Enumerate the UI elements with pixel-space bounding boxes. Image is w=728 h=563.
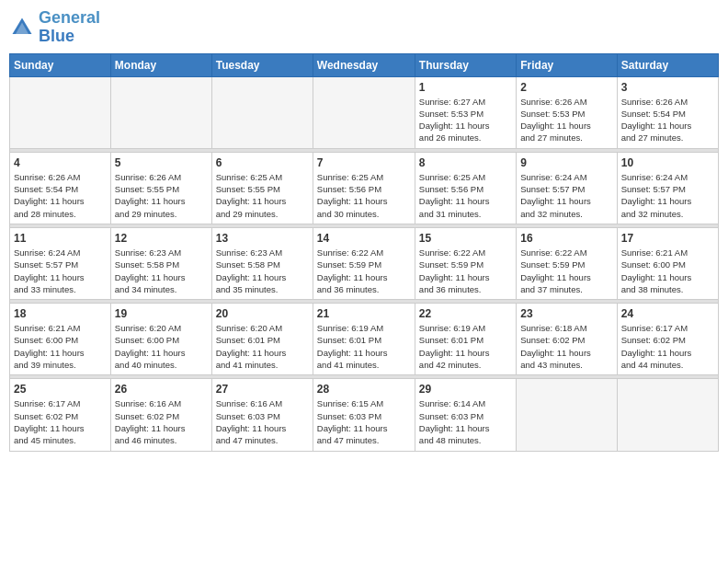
day-info: Sunrise: 6:18 AM Sunset: 6:02 PM Dayligh… — [520, 322, 612, 371]
calendar-day-cell: 7Sunrise: 6:25 AM Sunset: 5:56 PM Daylig… — [313, 152, 415, 224]
calendar-day-cell: 26Sunrise: 6:16 AM Sunset: 6:02 PM Dayli… — [110, 379, 211, 451]
calendar-week-row: 1Sunrise: 6:27 AM Sunset: 5:53 PM Daylig… — [10, 76, 719, 148]
calendar-week-row: 4Sunrise: 6:26 AM Sunset: 5:54 PM Daylig… — [10, 152, 719, 224]
weekday-header-cell: Monday — [110, 53, 211, 76]
day-number: 28 — [317, 383, 411, 396]
calendar-day-cell: 17Sunrise: 6:21 AM Sunset: 6:00 PM Dayli… — [617, 227, 718, 299]
weekday-header-cell: Saturday — [617, 53, 718, 76]
calendar-day-cell: 29Sunrise: 6:14 AM Sunset: 6:03 PM Dayli… — [415, 379, 516, 451]
day-info: Sunrise: 6:20 AM Sunset: 6:00 PM Dayligh… — [115, 322, 208, 371]
calendar-day-cell: 3Sunrise: 6:26 AM Sunset: 5:54 PM Daylig… — [617, 76, 718, 148]
calendar-day-cell: 24Sunrise: 6:17 AM Sunset: 6:02 PM Dayli… — [617, 304, 718, 375]
calendar-day-cell: 22Sunrise: 6:19 AM Sunset: 6:01 PM Dayli… — [415, 304, 516, 375]
day-info: Sunrise: 6:25 AM Sunset: 5:56 PM Dayligh… — [419, 171, 512, 220]
day-number: 27 — [216, 383, 309, 396]
day-info: Sunrise: 6:14 AM Sunset: 6:03 PM Dayligh… — [419, 397, 512, 446]
day-info: Sunrise: 6:21 AM Sunset: 6:00 PM Dayligh… — [621, 247, 714, 295]
calendar-day-cell: 1Sunrise: 6:27 AM Sunset: 5:53 PM Daylig… — [415, 76, 516, 148]
page-header: General Blue — [9, 9, 719, 46]
day-number: 17 — [621, 232, 714, 245]
day-info: Sunrise: 6:22 AM Sunset: 5:59 PM Dayligh… — [520, 247, 612, 295]
day-number: 1 — [419, 81, 512, 94]
calendar-day-cell: 12Sunrise: 6:23 AM Sunset: 5:58 PM Dayli… — [110, 227, 211, 299]
weekday-header-cell: Friday — [517, 53, 617, 76]
day-info: Sunrise: 6:20 AM Sunset: 6:01 PM Dayligh… — [216, 322, 309, 371]
calendar-day-cell: 11Sunrise: 6:24 AM Sunset: 5:57 PM Dayli… — [10, 227, 111, 299]
day-info: Sunrise: 6:25 AM Sunset: 5:56 PM Dayligh… — [317, 171, 411, 220]
day-info: Sunrise: 6:16 AM Sunset: 6:03 PM Dayligh… — [216, 397, 309, 446]
day-number: 7 — [317, 156, 411, 169]
day-number: 21 — [317, 307, 411, 320]
day-info: Sunrise: 6:16 AM Sunset: 6:02 PM Dayligh… — [115, 397, 208, 446]
calendar-day-cell: 2Sunrise: 6:26 AM Sunset: 5:53 PM Daylig… — [517, 76, 617, 148]
day-number: 13 — [216, 232, 309, 245]
calendar-day-cell: 15Sunrise: 6:22 AM Sunset: 5:59 PM Dayli… — [415, 227, 516, 299]
day-info: Sunrise: 6:17 AM Sunset: 6:02 PM Dayligh… — [621, 322, 714, 371]
calendar-table: SundayMondayTuesdayWednesdayThursdayFrid… — [9, 53, 719, 452]
day-number: 16 — [520, 232, 612, 245]
calendar-day-cell: 6Sunrise: 6:25 AM Sunset: 5:55 PM Daylig… — [211, 152, 313, 224]
calendar-day-cell — [617, 379, 718, 451]
calendar-day-cell: 18Sunrise: 6:21 AM Sunset: 6:00 PM Dayli… — [10, 304, 111, 375]
calendar-day-cell: 14Sunrise: 6:22 AM Sunset: 5:59 PM Dayli… — [313, 227, 415, 299]
day-number: 19 — [115, 307, 208, 320]
day-info: Sunrise: 6:19 AM Sunset: 6:01 PM Dayligh… — [419, 322, 512, 371]
calendar-day-cell: 13Sunrise: 6:23 AM Sunset: 5:58 PM Dayli… — [211, 227, 313, 299]
day-number: 20 — [216, 307, 309, 320]
logo: General Blue — [9, 9, 100, 46]
calendar-day-cell: 9Sunrise: 6:24 AM Sunset: 5:57 PM Daylig… — [517, 152, 617, 224]
weekday-header-cell: Thursday — [415, 53, 516, 76]
day-number: 26 — [115, 383, 208, 396]
day-number: 25 — [14, 383, 107, 396]
calendar-day-cell: 27Sunrise: 6:16 AM Sunset: 6:03 PM Dayli… — [211, 379, 313, 451]
logo-text: General Blue — [39, 9, 100, 46]
day-info: Sunrise: 6:15 AM Sunset: 6:03 PM Dayligh… — [317, 397, 411, 446]
calendar-day-cell — [313, 76, 415, 148]
weekday-header-cell: Wednesday — [313, 53, 415, 76]
day-number: 29 — [419, 383, 512, 396]
calendar-week-row: 18Sunrise: 6:21 AM Sunset: 6:00 PM Dayli… — [10, 304, 719, 375]
calendar-day-cell — [110, 76, 211, 148]
weekday-header-cell: Tuesday — [211, 53, 313, 76]
calendar-day-cell: 25Sunrise: 6:17 AM Sunset: 6:02 PM Dayli… — [10, 379, 111, 451]
logo-icon — [9, 15, 35, 40]
weekday-header-cell: Sunday — [10, 53, 111, 76]
day-info: Sunrise: 6:22 AM Sunset: 5:59 PM Dayligh… — [317, 247, 411, 295]
calendar-day-cell: 8Sunrise: 6:25 AM Sunset: 5:56 PM Daylig… — [415, 152, 516, 224]
calendar-week-row: 25Sunrise: 6:17 AM Sunset: 6:02 PM Dayli… — [10, 379, 719, 451]
calendar-day-cell — [211, 76, 313, 148]
day-number: 6 — [216, 156, 309, 169]
calendar-day-cell: 5Sunrise: 6:26 AM Sunset: 5:55 PM Daylig… — [110, 152, 211, 224]
day-info: Sunrise: 6:24 AM Sunset: 5:57 PM Dayligh… — [621, 171, 714, 220]
day-number: 3 — [621, 81, 714, 94]
day-number: 15 — [419, 232, 512, 245]
day-info: Sunrise: 6:26 AM Sunset: 5:53 PM Dayligh… — [520, 96, 612, 144]
day-number: 12 — [115, 232, 208, 245]
day-number: 5 — [115, 156, 208, 169]
day-number: 11 — [14, 232, 107, 245]
calendar-day-cell — [10, 76, 111, 148]
day-info: Sunrise: 6:23 AM Sunset: 5:58 PM Dayligh… — [216, 247, 309, 295]
calendar-day-cell: 21Sunrise: 6:19 AM Sunset: 6:01 PM Dayli… — [313, 304, 415, 375]
calendar-day-cell — [517, 379, 617, 451]
day-info: Sunrise: 6:24 AM Sunset: 5:57 PM Dayligh… — [520, 171, 612, 220]
day-number: 4 — [14, 156, 107, 169]
day-info: Sunrise: 6:27 AM Sunset: 5:53 PM Dayligh… — [419, 96, 512, 144]
day-info: Sunrise: 6:26 AM Sunset: 5:55 PM Dayligh… — [115, 171, 208, 220]
day-number: 23 — [520, 307, 612, 320]
day-info: Sunrise: 6:19 AM Sunset: 6:01 PM Dayligh… — [317, 322, 411, 371]
day-info: Sunrise: 6:21 AM Sunset: 6:00 PM Dayligh… — [14, 322, 107, 371]
calendar-day-cell: 20Sunrise: 6:20 AM Sunset: 6:01 PM Dayli… — [211, 304, 313, 375]
calendar-day-cell: 10Sunrise: 6:24 AM Sunset: 5:57 PM Dayli… — [617, 152, 718, 224]
day-info: Sunrise: 6:22 AM Sunset: 5:59 PM Dayligh… — [419, 247, 512, 295]
day-info: Sunrise: 6:25 AM Sunset: 5:55 PM Dayligh… — [216, 171, 309, 220]
calendar-day-cell: 23Sunrise: 6:18 AM Sunset: 6:02 PM Dayli… — [517, 304, 617, 375]
day-number: 22 — [419, 307, 512, 320]
day-number: 18 — [14, 307, 107, 320]
calendar-day-cell: 16Sunrise: 6:22 AM Sunset: 5:59 PM Dayli… — [517, 227, 617, 299]
day-info: Sunrise: 6:26 AM Sunset: 5:54 PM Dayligh… — [621, 96, 714, 144]
day-info: Sunrise: 6:17 AM Sunset: 6:02 PM Dayligh… — [14, 397, 107, 446]
day-info: Sunrise: 6:26 AM Sunset: 5:54 PM Dayligh… — [14, 171, 107, 220]
day-number: 2 — [520, 81, 612, 94]
day-number: 24 — [621, 307, 714, 320]
